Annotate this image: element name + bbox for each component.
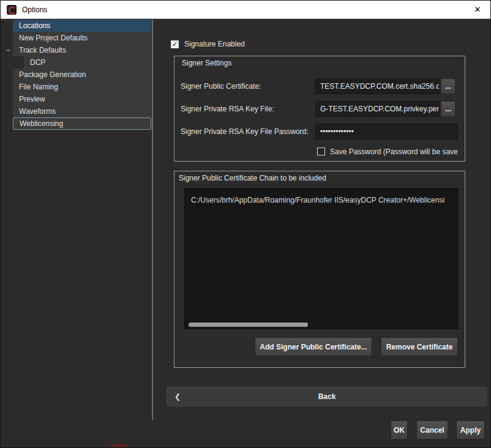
sidebar-item-label: Locations [19,21,50,30]
sidebar-item-new-project-defaults[interactable]: New Project Defaults [13,32,151,44]
sidebar-item-label: Package Generation [19,70,86,79]
certificate-chain-group: Signer Public Certificate Chain to be in… [174,171,465,368]
signer-password-field[interactable]: ••••••••••••• [315,124,458,140]
sidebar-item-dcp[interactable]: DCP [24,56,151,69]
signer-settings-group: Signer Settings Signer Public Certificat… [174,56,465,162]
save-password-label: Save Password (Password will be save [330,148,465,156]
signer-private-key-field[interactable]: G-TEST.EASYDCP.COM.privkey.pem [315,101,440,117]
sidebar-item-label: Waveforms [19,107,56,116]
group-title: Signer Settings [182,59,231,67]
back-button[interactable]: ❮ Back [167,387,487,406]
remove-certificate-button[interactable]: Remove Certificate [381,337,458,356]
sidebar-item-package-generation[interactable]: Package Generation [13,69,151,81]
sidebar-item-preview[interactable]: Preview [13,93,151,105]
signature-enabled-row: ✓ Signature Enabled [171,40,245,48]
sidebar-item-label: Preview [19,95,45,103]
close-icon[interactable]: ✕ [467,1,488,18]
signature-enabled-checkbox[interactable]: ✓ [171,40,179,48]
chevron-left-icon: ❮ [174,387,181,406]
signer-password-label: Signer Private RSA Key File Password: [181,128,309,136]
cancel-button[interactable]: Cancel [416,420,448,439]
group-title: Signer Public Certificate Chain to be in… [179,174,326,182]
list-item[interactable]: C:/Users/brh/AppData/Roaming/Fraunhofer … [191,196,444,204]
signer-public-certificate-label: Signer Public Certificate: [181,83,261,91]
browse-public-certificate-button[interactable]: ... [441,78,455,94]
back-button-label: Back [318,392,336,401]
save-password-checkbox[interactable] [317,147,325,155]
sidebar-item-label: File Naming [19,83,58,91]
sidebar-item-file-naming[interactable]: File Naming [13,81,151,93]
sidebar-item-track-defaults[interactable]: − Track Defaults [13,44,151,56]
sidebar-item-label: Weblicensing [20,119,63,128]
signature-enabled-label: Signature Enabled [184,40,245,48]
sidebar-item-label: DCP [30,58,45,67]
window-title: Options [22,6,47,14]
sidebar-item-label: Track Defaults [19,46,66,54]
background-artifact [103,443,133,448]
signer-public-certificate-field[interactable]: TEST.EASYDCP.COM.cert.sha256.crt [315,78,440,94]
options-window: { "window": { "title": "Options", "close… [0,0,491,448]
options-sidebar: Locations New Project Defaults − Track D… [1,20,152,420]
sidebar-item-waveforms[interactable]: Waveforms [13,105,151,118]
apply-button[interactable]: Apply [456,420,485,439]
signer-private-key-label: Signer Private RSA Key File: [181,105,274,113]
ok-button[interactable]: OK [391,420,408,439]
browse-private-key-button[interactable]: ... [441,101,455,117]
horizontal-scrollbar[interactable] [189,323,308,327]
tree-collapse-icon[interactable]: − [4,46,12,54]
sidebar-splitter[interactable] [152,20,153,420]
title-bar: Options ✕ [1,1,490,19]
sidebar-item-locations[interactable]: Locations [13,20,151,32]
app-logo-icon [7,5,17,15]
check-icon: ✓ [172,41,178,48]
certificate-chain-list[interactable]: C:/Users/brh/AppData/Roaming/Fraunhofer … [184,188,459,329]
add-certificate-button[interactable]: Add Signer Public Certificate... [255,337,372,356]
sidebar-item-label: New Project Defaults [19,34,88,42]
sidebar-item-weblicensing[interactable]: Weblicensing [13,118,151,130]
